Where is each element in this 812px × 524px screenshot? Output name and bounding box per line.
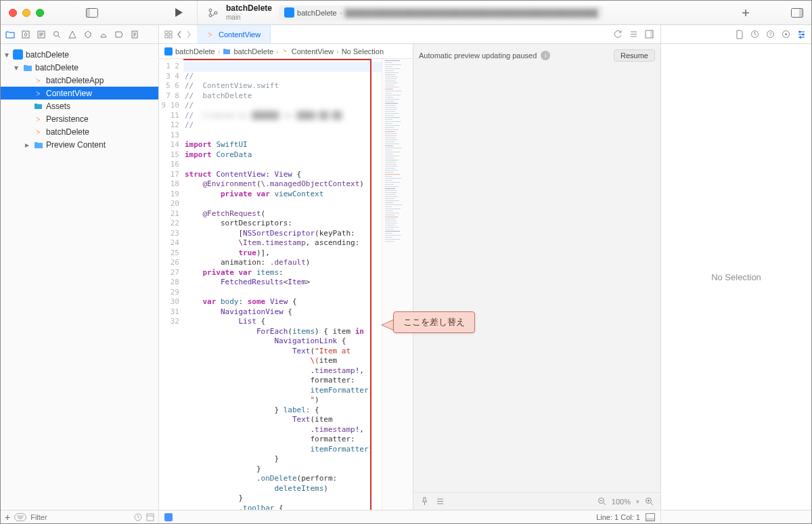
navigator-folder[interactable]: ▾ batchDelete (1, 61, 158, 74)
swift-file-icon (281, 47, 289, 55)
nav-forward-icon[interactable] (186, 30, 191, 39)
debug-navigator-icon[interactable] (98, 29, 108, 39)
svg-text:?: ? (769, 31, 772, 37)
inspector-empty-label: No Selection (711, 272, 761, 282)
navigator-file-selected[interactable]: ContentView (1, 87, 158, 100)
svg-point-24 (800, 37, 802, 39)
xcode-app-icon (284, 7, 294, 18)
folder-icon (223, 48, 231, 55)
adjust-editor-icon[interactable] (629, 30, 638, 39)
svg-rect-14 (169, 35, 172, 38)
svg-rect-16 (650, 30, 653, 38)
svg-point-22 (799, 31, 801, 33)
zoom-level[interactable]: 100% (612, 498, 631, 506)
breakpoint-navigator-icon[interactable] (114, 29, 124, 39)
minimize-window-button[interactable] (22, 9, 30, 17)
pin-preview-icon[interactable] (420, 497, 429, 506)
navigator-filter-input[interactable] (30, 513, 130, 521)
navigator-folder[interactable]: ▸ Preview Content (1, 138, 158, 151)
titlebar: batchDelete main batchDelete › █████████… (1, 1, 811, 25)
disclosure-triangle-icon[interactable]: ▾ (3, 50, 10, 60)
toggle-inspector-icon[interactable] (791, 7, 803, 19)
help-inspector-icon[interactable]: ? (766, 30, 775, 39)
source-editor: batchDelete › batchDelete › ContentView … (159, 44, 413, 510)
annotation-callout: ここを差し替え (393, 311, 475, 333)
resume-button[interactable]: Resume (614, 49, 655, 62)
editor-options-buttons (607, 30, 660, 39)
navigator-file[interactable]: batchDeleteApp (1, 74, 158, 87)
project-navigator-icon[interactable] (5, 29, 15, 39)
recent-files-icon[interactable] (134, 513, 142, 521)
project-root[interactable]: ▾ batchDelete (1, 48, 158, 61)
run-destination[interactable]: batchDelete › ██████████████████████████… (279, 5, 603, 20)
close-window-button[interactable] (9, 9, 17, 17)
zoom-window-button[interactable] (36, 9, 44, 17)
related-items-icon[interactable] (164, 30, 173, 39)
add-editor-button[interactable] (740, 7, 752, 19)
preview-settings-icon[interactable] (436, 497, 445, 506)
issue-navigator-icon[interactable] (67, 29, 77, 39)
tab-contentview[interactable]: ContentView (197, 25, 271, 43)
code-area[interactable]: // // ContentView.swift // batchDelete /… (183, 59, 382, 510)
navigator-file[interactable]: Assets (1, 100, 158, 112)
swift-file-icon (33, 127, 43, 137)
source-control-icon[interactable] (207, 7, 219, 19)
secondary-toolbar: ContentView ? (1, 25, 811, 44)
xcode-project-icon (13, 49, 23, 60)
swift-file-icon (33, 75, 43, 85)
file-label: batchDeleteApp (46, 76, 154, 85)
preview-status-text: Automatic preview updating paused (419, 51, 537, 60)
report-navigator-icon[interactable] (129, 29, 139, 39)
file-label: ContentView (46, 89, 154, 98)
line-gutter: 1 2 3 4 5 6 7 8 9 10 11 12 13 14 15 16 1… (159, 59, 183, 510)
navigator-filter-bar: + (1, 510, 159, 523)
source-control-navigator-icon[interactable] (20, 29, 30, 39)
scm-filter-icon[interactable] (146, 513, 154, 521)
identity-inspector-icon[interactable] (782, 30, 790, 39)
navigator-file[interactable]: Persistence (1, 112, 158, 125)
disclosure-triangle-icon[interactable]: ▸ (24, 140, 30, 150)
zoom-out-icon[interactable] (597, 497, 606, 506)
editor-tab-bar: ContentView (159, 25, 660, 43)
jumpbar-file: ContentView (292, 47, 334, 56)
callout-text: ここを差し替え (403, 317, 465, 327)
minimap[interactable]: document.write(Array.from({length:90},(_… (382, 59, 413, 510)
svg-point-2 (209, 9, 212, 12)
xcode-project-icon (164, 47, 173, 56)
svg-rect-11 (165, 31, 168, 34)
preview-banner: Automatic preview updating paused i Resu… (419, 49, 655, 62)
navigator-file[interactable]: batchDelete (1, 125, 158, 138)
zoom-in-icon[interactable] (645, 497, 654, 506)
project-navigator: ▾ batchDelete ▾ batchDelete batchDeleteA… (1, 44, 159, 510)
symbol-navigator-icon[interactable] (36, 29, 46, 39)
find-navigator-icon[interactable] (51, 29, 62, 39)
scheme-branch: main (226, 14, 272, 21)
minimap-toggle-icon[interactable] (645, 30, 654, 39)
canvas-bottom-bar: 100%▾ (413, 492, 660, 510)
svg-rect-31 (646, 518, 655, 521)
cursor-position: Line: 1 Col: 1 (596, 513, 640, 521)
test-navigator-icon[interactable] (83, 29, 93, 39)
nav-back-icon[interactable] (177, 30, 182, 39)
editor-refresh-icon[interactable] (614, 30, 623, 39)
info-icon[interactable]: i (541, 51, 550, 60)
svg-point-23 (803, 34, 805, 36)
status-bar: + Line: 1 Col: 1 (1, 510, 811, 523)
bottom-pane-icon[interactable] (646, 513, 655, 521)
filter-scope-icon[interactable] (14, 513, 26, 521)
destination-device-blurred: ████████████████████████████████████████… (344, 9, 597, 17)
add-file-icon[interactable]: + (5, 512, 10, 523)
folder-label: Preview Content (46, 140, 154, 150)
destination-label: batchDelete (297, 9, 337, 17)
history-inspector-icon[interactable] (750, 30, 759, 39)
disclosure-triangle-icon[interactable]: ▾ (13, 63, 20, 72)
svg-rect-29 (147, 514, 154, 521)
scheme-selector[interactable]: batchDelete main (226, 4, 272, 20)
toggle-navigator-icon[interactable] (86, 7, 98, 19)
jump-bar[interactable]: batchDelete › batchDelete › ContentView … (159, 44, 413, 59)
jumpbar-selection: No Selection (342, 47, 384, 56)
attributes-inspector-icon[interactable] (797, 30, 806, 39)
debug-area-toggle-icon[interactable] (164, 513, 173, 521)
run-button[interactable] (173, 7, 185, 19)
file-inspector-icon[interactable] (736, 30, 744, 39)
